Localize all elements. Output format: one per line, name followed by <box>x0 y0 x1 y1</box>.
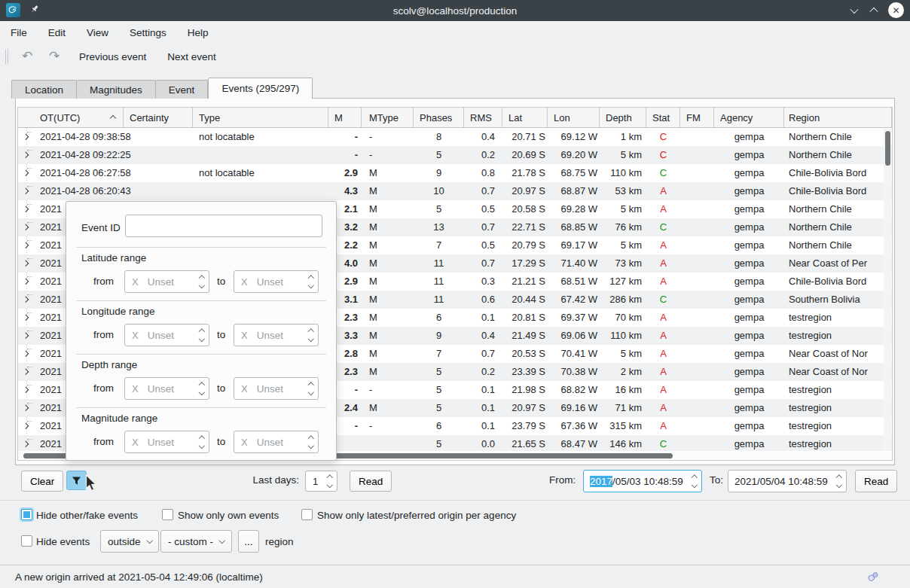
clear-value-icon[interactable]: X <box>241 330 248 341</box>
read-last-days-button[interactable]: Read <box>350 471 392 492</box>
filter-toggle-button[interactable] <box>66 471 87 490</box>
last-days-spinbox[interactable]: 1 <box>305 471 337 492</box>
table-row[interactable]: 2021-04-28 09:38:58 not locatable - - 8 … <box>18 128 892 146</box>
from-datetime-field[interactable]: 2017/05/03 10:48:59 <box>583 470 702 492</box>
expand-icon[interactable] <box>23 315 29 321</box>
vertical-scrollbar-thumb[interactable] <box>885 131 890 166</box>
show-only-latest-checkbox[interactable] <box>301 509 313 520</box>
clear-button[interactable]: Clear <box>21 471 63 492</box>
undo-arrow-icon[interactable]: ↶ <box>19 49 35 64</box>
latitude-to-spinbox[interactable]: X Unset <box>234 270 319 293</box>
spin-buttons[interactable] <box>200 383 209 395</box>
table-row[interactable]: 2021-04-28 06:20:43 4.3 M 10 0.7 20.97 S… <box>18 182 892 200</box>
clear-value-icon[interactable]: X <box>241 437 248 448</box>
depth-from-spinbox[interactable]: X Unset <box>124 377 209 400</box>
expand-icon[interactable] <box>23 441 29 447</box>
header-lon[interactable]: Lon <box>548 108 600 127</box>
header-rms[interactable]: RMS <box>464 108 502 127</box>
expand-icon[interactable] <box>23 387 29 393</box>
header-ot[interactable]: OT(UTC) <box>18 108 124 127</box>
spin-buttons[interactable] <box>309 276 319 288</box>
expand-icon[interactable] <box>23 260 29 267</box>
header-lat[interactable]: Lat <box>502 108 548 127</box>
region-preset-dropdown[interactable]: - custom - <box>160 530 232 553</box>
spin-buttons[interactable] <box>309 330 319 341</box>
expand-icon[interactable] <box>23 170 29 176</box>
clear-value-icon[interactable]: X <box>132 330 139 341</box>
header-mtype[interactable]: MType <box>362 108 414 127</box>
read-range-button[interactable]: Read <box>855 470 897 492</box>
toolbar-drag-handle[interactable] <box>5 49 8 64</box>
spin-buttons[interactable] <box>692 476 702 487</box>
header-certainty[interactable]: Certainty <box>124 108 193 127</box>
header-region[interactable]: Region <box>784 108 892 127</box>
magnitude-from-spinbox[interactable]: X Unset <box>124 431 209 453</box>
tab-location[interactable]: Location <box>11 80 77 99</box>
expand-icon[interactable] <box>23 206 29 212</box>
tab-event[interactable]: Event <box>156 80 209 99</box>
table-row[interactable]: 2021-04-28 09:22:25 - - 5 0.2 20.69 S 69… <box>18 146 892 164</box>
titlebar[interactable]: scolv@localhost/production ✕ <box>0 0 910 21</box>
header-fm[interactable]: FM <box>680 108 714 127</box>
longitude-to-spinbox[interactable]: X Unset <box>234 324 319 346</box>
expand-icon[interactable] <box>23 134 29 140</box>
region-scope-dropdown[interactable]: outside <box>100 530 159 553</box>
minimize-button[interactable] <box>847 3 862 18</box>
hide-events-checkbox[interactable] <box>21 535 32 547</box>
next-event-button[interactable]: Next event <box>163 49 221 65</box>
header-phases[interactable]: Phases <box>414 108 464 127</box>
expand-icon[interactable] <box>23 297 29 303</box>
depth-to-spinbox[interactable]: X Unset <box>234 377 319 400</box>
expand-icon[interactable] <box>23 351 29 357</box>
header-stat[interactable]: Stat <box>646 108 680 127</box>
connection-status-icon[interactable] <box>866 569 881 586</box>
header-type[interactable]: Type <box>193 108 328 127</box>
to-datetime-field[interactable]: 2021/05/04 10:48:59 <box>728 470 847 492</box>
clear-value-icon[interactable]: X <box>132 437 139 448</box>
magnitude-to-spinbox[interactable]: X Unset <box>234 431 319 453</box>
expand-icon[interactable] <box>23 224 29 230</box>
event-id-input[interactable] <box>125 215 322 237</box>
header-agency[interactable]: Agency <box>714 108 784 127</box>
spin-buttons[interactable] <box>837 476 847 487</box>
maximize-button[interactable] <box>866 3 881 18</box>
menu-file[interactable]: File <box>0 27 38 38</box>
show-only-own-events-checkbox[interactable] <box>162 509 173 520</box>
expand-icon[interactable] <box>23 188 29 194</box>
expand-icon[interactable] <box>23 369 29 375</box>
table-row[interactable]: 2021-04-28 06:27:58 not locatable 2.9 M … <box>18 164 892 182</box>
expand-icon[interactable] <box>23 423 29 429</box>
clear-value-icon[interactable]: X <box>241 276 248 288</box>
latitude-from-spinbox[interactable]: X Unset <box>124 270 209 293</box>
vertical-scrollbar[interactable] <box>884 129 891 451</box>
menu-view[interactable]: View <box>76 27 119 38</box>
tab-magnitudes[interactable]: Magnitudes <box>77 80 156 99</box>
spin-buttons[interactable] <box>200 330 209 341</box>
spin-buttons[interactable] <box>309 437 319 448</box>
menu-settings[interactable]: Settings <box>119 27 177 38</box>
tab-events[interactable]: Events (295/297) <box>208 78 313 99</box>
menu-edit[interactable]: Edit <box>38 27 76 38</box>
region-browse-button[interactable]: ... <box>238 530 259 553</box>
longitude-from-spinbox[interactable]: X Unset <box>124 324 209 346</box>
redo-arrow-icon[interactable]: ↷ <box>46 49 63 64</box>
spin-buttons[interactable] <box>200 276 209 288</box>
spin-buttons[interactable] <box>328 476 337 487</box>
spin-buttons[interactable] <box>309 383 319 395</box>
clear-value-icon[interactable]: X <box>241 383 248 395</box>
header-m[interactable]: M <box>328 108 362 127</box>
expand-icon[interactable] <box>23 152 29 158</box>
clear-value-icon[interactable]: X <box>132 276 139 288</box>
expand-icon[interactable] <box>23 405 29 411</box>
hide-other-fake-events-checkbox[interactable] <box>21 509 32 520</box>
header-depth[interactable]: Depth <box>600 108 646 127</box>
cell-lon: 69.12 W <box>548 128 600 146</box>
expand-icon[interactable] <box>23 242 29 248</box>
previous-event-button[interactable]: Previous event <box>75 49 151 65</box>
close-button[interactable]: ✕ <box>888 2 904 18</box>
clear-value-icon[interactable]: X <box>132 383 139 395</box>
expand-icon[interactable] <box>23 333 29 339</box>
menu-help[interactable]: Help <box>177 27 219 38</box>
spin-buttons[interactable] <box>200 437 209 448</box>
expand-icon[interactable] <box>23 279 29 285</box>
